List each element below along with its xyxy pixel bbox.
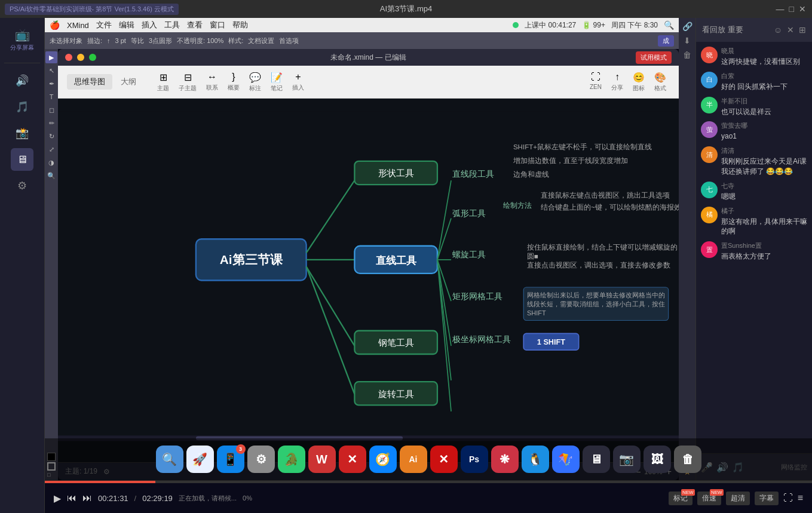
dock-icon-photoshop[interactable]: Ps xyxy=(461,446,488,473)
dock-icon-qq[interactable]: 🐧 xyxy=(522,446,549,473)
title-bar: PS/Ai软件零基础到实训班级- 第8节 Ver(1.5.3.46) 云模式 A… xyxy=(0,0,812,18)
dock-icon-screen3[interactable]: 🖼 xyxy=(644,446,671,473)
xmind-titlebar: 未命名.xmind — 已编辑 试用模式 xyxy=(58,49,679,66)
ai-tools-strip: ▶ ↖ ✒ T ◻ ✏ ↻ ⤢ ◑ 🔍 □ xyxy=(45,49,58,480)
tb-callout[interactable]: 💬 标注 xyxy=(246,69,265,95)
menu-help[interactable]: 帮助 xyxy=(232,20,248,30)
menu-view[interactable]: 查看 xyxy=(187,20,203,30)
dock-icon-xmind-dock[interactable]: ✕ xyxy=(430,446,458,473)
ps-tab[interactable]: PS/Ai软件零基础到实训班级- 第8节 Ver(1.5.3.46) 云模式 xyxy=(5,4,179,15)
svg-text:矩形网格工具: 矩形网格工具 xyxy=(452,291,502,301)
tb-format[interactable]: 🎨 格式 xyxy=(651,69,670,95)
xmind-max-btn[interactable] xyxy=(89,54,96,61)
mark-btn[interactable]: 标记 NEW xyxy=(669,492,693,505)
select-tool[interactable]: ▶ xyxy=(45,51,57,63)
video-progress-fill xyxy=(45,481,155,483)
expand-btn[interactable]: 成 xyxy=(658,35,674,47)
tb-insert-topic[interactable]: ⊞ 主题 xyxy=(154,69,173,95)
share-screen-btn[interactable]: 📺 分享屏幕 xyxy=(0,23,44,57)
dock-icon-finder[interactable]: 🔍 xyxy=(156,446,183,473)
menu-edit[interactable]: 编辑 xyxy=(119,20,134,30)
sidebar-icon-1[interactable]: 🔊 xyxy=(11,69,33,92)
next-btn[interactable]: ⏭ xyxy=(82,493,92,503)
tb-summary[interactable]: } 概要 xyxy=(224,69,243,95)
equal-ratio[interactable]: 等比 xyxy=(131,36,144,45)
xmind-close-btn[interactable] xyxy=(65,54,72,61)
tb-zen[interactable]: ⛶ ZEN xyxy=(586,69,605,95)
sidebar-icon-4[interactable]: 🖥 xyxy=(11,148,33,171)
window-title: AI第3节课.mp4 xyxy=(380,4,432,14)
minimize-btn[interactable]: — xyxy=(776,4,785,14)
more-btn[interactable]: ≡ xyxy=(798,493,803,503)
prev-btn[interactable]: ⏮ xyxy=(67,493,76,503)
fullscreen-btn[interactable]: ⛶ xyxy=(783,493,793,503)
tb-insert[interactable]: + 插入 xyxy=(289,69,308,95)
quality-btn[interactable]: 超清 xyxy=(726,492,750,505)
dock-icon-thunder[interactable]: ✕ xyxy=(339,446,366,473)
subtitle-btn[interactable]: 字幕 xyxy=(755,492,779,505)
chat-close-icon[interactable]: ✕ xyxy=(787,25,794,35)
class-status: 上课中 00:41:27 xyxy=(525,20,576,30)
sidebar-icon-5[interactable]: ⚙ xyxy=(11,174,33,197)
dock-icon-safari[interactable]: 🧭 xyxy=(369,446,397,473)
tab-outline[interactable]: 大纲 xyxy=(114,74,143,90)
dock-icon-trash[interactable]: 🗑 xyxy=(674,446,701,473)
menu-tools[interactable]: 工具 xyxy=(164,20,180,30)
menu-file[interactable]: 文件 xyxy=(96,20,112,30)
scale-tool[interactable]: ⤢ xyxy=(45,143,57,155)
share-screen-label: 分享屏幕 xyxy=(10,44,34,52)
text-tool[interactable]: T xyxy=(45,91,57,103)
xmind-canvas[interactable]: Ai第三节课 形状工具 直线工具 钢笔工具 xyxy=(58,99,679,462)
chat-smiley-icon[interactable]: ☺ xyxy=(774,25,782,35)
chat-msg-content: 半新不旧 也可以说是祥云 xyxy=(721,97,807,117)
chat-copy-icon[interactable]: ⊞ xyxy=(799,25,806,35)
play-btn[interactable]: ▶ xyxy=(54,493,61,504)
xmind-toolbar-items: ⊞ 主题 ⊟ 子主题 ↔ 联系 } 概要 xyxy=(154,69,308,95)
dock-icon-systemprefs[interactable]: ⚙ xyxy=(247,446,275,473)
dock-icon-lark[interactable]: 🪁 xyxy=(552,446,580,473)
dock-icon-launchpad[interactable]: 🚀 xyxy=(186,446,214,473)
tb-subtopic[interactable]: ⊟ 子主题 xyxy=(175,69,200,95)
dock-icon-ai[interactable]: Ai xyxy=(400,446,427,473)
download-icon[interactable]: ⬇ xyxy=(684,36,691,45)
preferences[interactable]: 首选项 xyxy=(279,36,299,45)
pen-tool[interactable]: ✒ xyxy=(45,78,57,90)
dock-icon-croc[interactable]: 🐊 xyxy=(278,446,305,473)
tb-icon[interactable]: 😊 图标 xyxy=(629,69,648,95)
menu-insert[interactable]: 插入 xyxy=(142,20,157,30)
tb-share[interactable]: ↑ 分享 xyxy=(608,69,627,95)
direct-select-tool[interactable]: ↖ xyxy=(45,64,57,76)
tab-mindmap[interactable]: 思维导图 xyxy=(67,74,112,90)
current-time: 00:21:31 xyxy=(98,494,128,503)
tb-notes[interactable]: 📝 笔记 xyxy=(267,69,286,95)
try-mode-btn[interactable]: 试用模式 xyxy=(636,51,672,64)
brush-tool[interactable]: ✏ xyxy=(45,117,57,129)
close-btn[interactable]: ✕ xyxy=(799,4,806,14)
chat-message: 白 白萦 好的 回头抓紧补一下 xyxy=(701,72,807,92)
doc-settings[interactable]: 文档设置 xyxy=(248,36,274,45)
dock-icon-appstore[interactable]: 📱3 xyxy=(217,446,244,473)
gradient-tool[interactable]: ◑ xyxy=(45,156,57,168)
dock-icon-screen1[interactable]: 🖥 xyxy=(583,446,610,473)
xmind-min-btn[interactable] xyxy=(77,54,84,61)
video-progress-bar[interactable] xyxy=(45,481,812,483)
dock-icon-flowus[interactable]: ❋ xyxy=(491,446,519,473)
tb-link[interactable]: ↔ 联系 xyxy=(203,69,222,95)
speed-btn[interactable]: 倍速 NEW xyxy=(697,492,721,505)
zoom-tool[interactable]: 🔍 xyxy=(45,170,57,182)
share-icon[interactable]: 🔗 xyxy=(682,21,693,31)
dock-icon-screen2[interactable]: 📷 xyxy=(613,446,641,473)
delete-icon[interactable]: 🗑 xyxy=(683,50,691,60)
search-icon[interactable]: 🔍 xyxy=(664,20,674,30)
online-indicator xyxy=(513,22,519,28)
shape-tool[interactable]: ◻ xyxy=(45,104,57,116)
menu-window[interactable]: 窗口 xyxy=(210,20,225,30)
round-corner[interactable]: 3点圆形 xyxy=(149,36,172,45)
maximize-btn[interactable]: □ xyxy=(789,4,794,14)
sidebar-icon-3[interactable]: 📸 xyxy=(11,122,33,145)
chat-msg-text: 好的 回头抓紧补一下 xyxy=(721,82,807,92)
dock-icon-wps[interactable]: W xyxy=(308,446,336,473)
menu-xmind[interactable]: XMind xyxy=(67,21,89,30)
rotate-tool[interactable]: ↻ xyxy=(45,130,57,142)
sidebar-icon-2[interactable]: 🎵 xyxy=(11,96,33,118)
